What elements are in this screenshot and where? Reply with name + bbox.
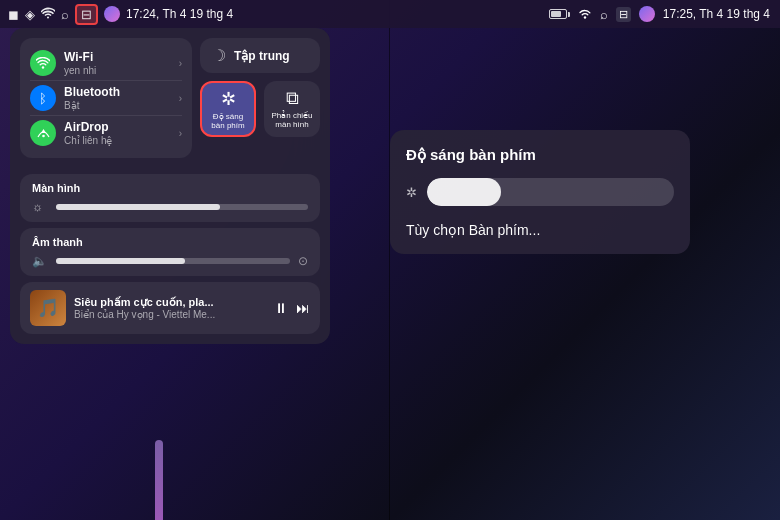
airdrop-toggle-icon	[30, 120, 56, 146]
svg-point-2	[584, 16, 586, 18]
purple-accent-bar	[155, 440, 163, 520]
menubar-left: ◼ ◈ ⌕ ⊟ 17:24, Th 4 19 thg 4	[0, 0, 390, 28]
display-slider-fill	[56, 204, 220, 210]
wifi-toggle-icon	[30, 50, 56, 76]
wifi-right-icon	[578, 7, 592, 22]
siri-icon[interactable]	[104, 6, 120, 22]
search-right-icon[interactable]: ⌕	[600, 7, 608, 22]
bluetooth-text: Bluetooth Bật	[64, 85, 171, 110]
wifi-icon2[interactable]	[41, 7, 55, 22]
now-playing-section: 🎵 Siêu phẩm cực cuốn, pla... Biển của Hy…	[20, 282, 320, 334]
siri-right-icon[interactable]	[639, 6, 655, 22]
kb-brightness-slider[interactable]	[427, 178, 674, 206]
album-art: 🎵	[30, 290, 66, 326]
keyboard-brightness-icon: ✲	[221, 88, 236, 110]
wifi-chevron: ›	[179, 58, 182, 69]
menubar-right: ⌕ ⊟ 17:25, Th 4 19 thg 4	[390, 0, 780, 28]
kb-brightness-icon: ✲	[406, 185, 417, 200]
sound-slider[interactable]	[56, 258, 290, 264]
keyboard-brightness-popup: Độ sáng bàn phím ✲ Tùy chọn Bàn phím...	[390, 130, 690, 254]
quick-row: Wi-Fi yen nhi › ᛒ Bluetooth Bật ›	[20, 38, 320, 166]
bluetooth-chevron: ›	[179, 93, 182, 104]
now-playing-info: Siêu phẩm cực cuốn, pla... Biển của Hy v…	[74, 296, 266, 320]
wifi-item[interactable]: Wi-Fi yen nhi ›	[30, 46, 182, 80]
screen-record-right-icon[interactable]: ⊟	[616, 7, 631, 22]
airplay-icon[interactable]: ⊙	[298, 254, 308, 268]
focus-button[interactable]: ☽ Tập trung	[200, 38, 320, 73]
kb-brightness-fill	[427, 178, 501, 206]
search-icon[interactable]: ⌕	[61, 7, 69, 22]
wifi-text: Wi-Fi yen nhi	[64, 50, 171, 75]
panel-divider	[389, 0, 390, 520]
keyboard-options-link[interactable]: Tùy chọn Bàn phím...	[406, 222, 674, 238]
brightness-low-icon: ☼	[32, 200, 48, 214]
airdrop-item[interactable]: AirDrop Chỉ liên hệ ›	[30, 115, 182, 150]
apple-menu-icon[interactable]: ◼	[8, 7, 19, 22]
icon-grid: ✲ Độ sángbàn phím ⧉ Phản chiếumàn hình	[200, 81, 320, 137]
display-label: Màn hình	[32, 182, 308, 194]
bluetooth-toggle-icon: ᛒ	[30, 85, 56, 111]
pause-button[interactable]: ⏸	[274, 300, 288, 316]
airdrop-text: AirDrop Chỉ liên hệ	[64, 120, 171, 145]
kb-popup-title: Độ sáng bàn phím	[406, 146, 674, 164]
volume-low-icon: 🔈	[32, 254, 48, 268]
display-slider-row: ☼	[32, 200, 308, 214]
menubar-right-time: 17:25, Th 4 19 thg 4	[663, 7, 770, 21]
bluetooth-item[interactable]: ᛒ Bluetooth Bật ›	[30, 80, 182, 115]
battery-icon	[549, 9, 570, 19]
control-center-panel: Wi-Fi yen nhi › ᛒ Bluetooth Bật ›	[10, 28, 330, 344]
kb-slider-row: ✲	[406, 178, 674, 206]
sound-slider-fill	[56, 258, 185, 264]
screen-record-icon[interactable]: ⊟	[75, 4, 98, 25]
track-title: Siêu phẩm cực cuốn, pla...	[74, 296, 266, 309]
screen-mirror-icon: ⧉	[286, 88, 299, 109]
svg-point-1	[42, 134, 45, 137]
screen-mirror-tile[interactable]: ⧉ Phản chiếumàn hình	[264, 81, 320, 137]
quick-right: ☽ Tập trung ✲ Độ sángbàn phím ⧉ Phản chi…	[200, 38, 320, 166]
screen-mirror-label: Phản chiếumàn hình	[271, 112, 312, 130]
wifi-icon[interactable]: ◈	[25, 7, 35, 22]
sound-slider-row: 🔈 ⊙	[32, 254, 308, 268]
display-slider[interactable]	[56, 204, 308, 210]
sound-label: Âm thanh	[32, 236, 308, 248]
airdrop-chevron: ›	[179, 128, 182, 139]
menubar-time: 17:24, Th 4 19 thg 4	[126, 7, 233, 21]
svg-point-0	[42, 66, 44, 68]
next-button[interactable]: ⏭	[296, 300, 310, 316]
keyboard-brightness-tile[interactable]: ✲ Độ sángbàn phím	[200, 81, 256, 137]
network-section: Wi-Fi yen nhi › ᛒ Bluetooth Bật ›	[20, 38, 192, 158]
playback-controls: ⏸ ⏭	[274, 300, 310, 316]
keyboard-brightness-label: Độ sángbàn phím	[211, 113, 244, 131]
track-artist: Biển của Hy vọng - Viettel Me...	[74, 309, 266, 320]
focus-icon: ☽	[212, 46, 226, 65]
sound-section: Âm thanh 🔈 ⊙	[20, 228, 320, 276]
display-section: Màn hình ☼	[20, 174, 320, 222]
